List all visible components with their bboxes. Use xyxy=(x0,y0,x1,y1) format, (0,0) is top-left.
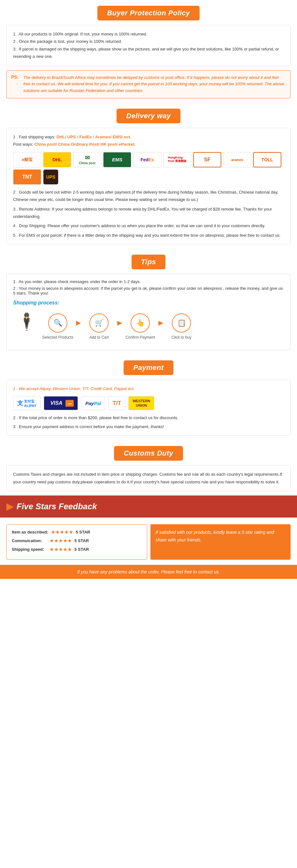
star-count-3: 5 STAR xyxy=(74,547,89,552)
feedback-row: Item as described: ★★★★★ 5 STAR Commuica… xyxy=(0,519,297,565)
step-arrow-2: ▶ xyxy=(117,319,122,334)
logo-toll: TOLL xyxy=(253,152,282,167)
delivery-note-5: 5 . For EMS or post parcel: if there is … xyxy=(13,231,284,239)
tips-point-2: 2 . Your money is secure in aliexpress a… xyxy=(13,286,284,296)
step-circle-search: 🔍 xyxy=(48,313,67,333)
list-item: 3 . If parcel is damaged on the shipping… xyxy=(13,45,284,60)
post-ways-line: Post ways: China post/ China Ordinary Po… xyxy=(13,141,284,148)
feedback-label-2: Commuication: xyxy=(12,538,47,543)
list-item: 2 . Once the package is lost, your money… xyxy=(13,38,284,45)
step-item-add-to-cart: 🛒 Add to Cart xyxy=(81,313,117,340)
bottom-banner: If you have any problems about the order… xyxy=(0,565,297,579)
stars-2: ★★★★★ xyxy=(50,538,72,544)
star-count-2: 5 STAR xyxy=(74,538,89,543)
step-label-selected-products: Selected Products xyxy=(42,335,73,340)
payment-point-3: 3 . Ensure your payment address is corre… xyxy=(13,423,284,430)
fast-label: 1 . Fast shipping ways: xyxy=(13,134,55,139)
process-steps: 🕴 🔍 Selected Products ▶ 🛒 Add to Cart ▶ xyxy=(13,310,284,343)
logo-alipay: 支 支付宝ALIPAY xyxy=(13,396,40,410)
tips-point-1: 1 . As you order, please check messages … xyxy=(13,279,284,284)
star-count-1: 5 STAR xyxy=(76,530,90,534)
payment-point-1: 1 . We accept Alipay, Western Union, T/T… xyxy=(13,385,284,392)
divider xyxy=(6,518,291,519)
process-person: 🕴 xyxy=(16,313,37,330)
feedback-left: Item as described: ★★★★★ 5 STAR Commuica… xyxy=(6,524,147,560)
payment-point-2: 2 . If the total price of order is more … xyxy=(13,414,284,422)
five-stars-arrow-icon: ▶ xyxy=(6,501,13,512)
ps-card: PS: The delivery to Brazil/South Africa … xyxy=(6,70,291,98)
step-circle-payment: 👆 xyxy=(131,313,150,333)
shopping-process-title: Shopping process: xyxy=(13,300,284,306)
ps-label: PS: xyxy=(11,74,20,94)
fast-carriers: DHL/ UPS / FedEx / Aramex/ EMS/ ect. xyxy=(57,134,131,139)
logo-dhl: DHL xyxy=(43,152,71,167)
step-label-click-to-buy: Click to buy xyxy=(171,335,191,340)
logo-chinapost: ✉ China post xyxy=(73,152,101,167)
customs-card: Customs Taxes and charges are not includ… xyxy=(6,465,291,491)
feedback-right-text: If satisfied with our products, kindly l… xyxy=(156,530,274,542)
delivery-card: 1 . Fast shipping ways: DHL/ UPS / FedEx… xyxy=(6,128,291,244)
logo-western-union: WESTERNUNION xyxy=(128,396,154,410)
feedback-right: If satisfied with our products, kindly l… xyxy=(151,524,291,560)
delivery-note-2: 2 . Goods will be sent out within 2-5 wo… xyxy=(13,188,284,204)
five-stars-title: Five Stars Feedback xyxy=(16,502,97,512)
step-group: 🔍 Selected Products ▶ 🛒 Add to Cart ▶ 👆 … xyxy=(40,313,199,340)
buyer-protection-card: 1 . All our products is 100% original. I… xyxy=(6,25,291,66)
logo-paypal: PayPal xyxy=(81,396,105,410)
post-label: Post ways: xyxy=(13,142,33,147)
post-carriers: China post/ China Ordinary Post/ HK post… xyxy=(34,142,135,147)
delivery-header: Delivery way xyxy=(117,108,180,123)
buyer-protection-list: 1 . All our products is 100% original. I… xyxy=(13,30,284,60)
step-item-click-to-buy: 📋 Click to buy xyxy=(164,313,199,340)
delivery-note-4: 4 . Drop Shipping: Please offer your cus… xyxy=(13,222,284,229)
step-item-confirm-payment: 👆 Confirm Payment xyxy=(123,313,158,340)
feedback-line-3: Shipping speed: ★★★★★ 5 STAR xyxy=(12,546,142,552)
stars-3: ★★★★★ xyxy=(50,546,72,552)
logo-aramex: aramex xyxy=(223,152,251,167)
person-icon: 🕴 xyxy=(16,313,37,330)
payment-header: Payment xyxy=(124,360,173,375)
step-label-add-to-cart: Add to Cart xyxy=(90,335,109,340)
ps-text: The delivery to Brazil/South Africa may … xyxy=(23,74,286,94)
logo-tnt: TNT xyxy=(13,169,41,185)
logo-hkpost: HongKongPost 香港郵政 xyxy=(163,152,191,167)
feedback-line-1: Item as described: ★★★★★ 5 STAR xyxy=(12,529,142,535)
feedback-label-3: Shipping speed: xyxy=(12,547,47,552)
step-item-selected-products: 🔍 Selected Products xyxy=(40,313,75,340)
logo-ups: UPS xyxy=(43,169,59,185)
fast-shipping-line: 1 . Fast shipping ways: DHL/ UPS / FedEx… xyxy=(13,133,284,141)
feedback-label-1: Item as described: xyxy=(12,530,48,534)
logo-tt: T/T xyxy=(108,396,125,410)
tips-card: 1 . As you order, please check messages … xyxy=(6,274,291,350)
payment-logos: 支 支付宝ALIPAY VISA 💳 PayPal T/T WESTERNUNI… xyxy=(13,396,284,410)
stars-1: ★★★★★ xyxy=(51,529,73,535)
payment-card: 1 . We accept Alipay, Western Union, T/T… xyxy=(6,379,291,436)
logo-sf: SF xyxy=(193,152,221,167)
step-arrow-1: ▶ xyxy=(76,319,81,334)
step-label-confirm-payment: Confirm Payment xyxy=(126,335,155,340)
logo-ems: EMS xyxy=(103,152,131,167)
tips-header: Tips xyxy=(132,255,166,269)
logo-fedex: FedEx xyxy=(133,152,161,167)
shopping-process: Shopping process: 🕴 🔍 Selected Products … xyxy=(13,300,284,343)
five-stars-header: ▶ Five Stars Feedback xyxy=(0,496,297,518)
buyer-protection-header: Buyer Protection Policy xyxy=(97,6,200,21)
step-arrow-3: ▶ xyxy=(158,319,163,334)
step-circle-buy: 📋 xyxy=(172,313,191,333)
shipping-logos: e邮宝 DHL ✉ China post EMS FedEx HongKongP… xyxy=(13,152,284,185)
feedback-line-2: Commuication: ★★★★★ 5 STAR xyxy=(12,538,142,544)
step-circle-cart: 🛒 xyxy=(90,313,108,333)
logo-visa: VISA 💳 xyxy=(44,396,78,410)
customs-text: Customs Taxes and charges are not includ… xyxy=(13,471,284,486)
list-item: 1 . All our products is 100% original. I… xyxy=(13,30,284,38)
delivery-note-3: 3 . Remote Address: If your receiving ad… xyxy=(13,206,284,220)
customs-header: Customs Duty xyxy=(114,446,183,461)
logo-epuobao: e邮宝 xyxy=(13,152,41,167)
